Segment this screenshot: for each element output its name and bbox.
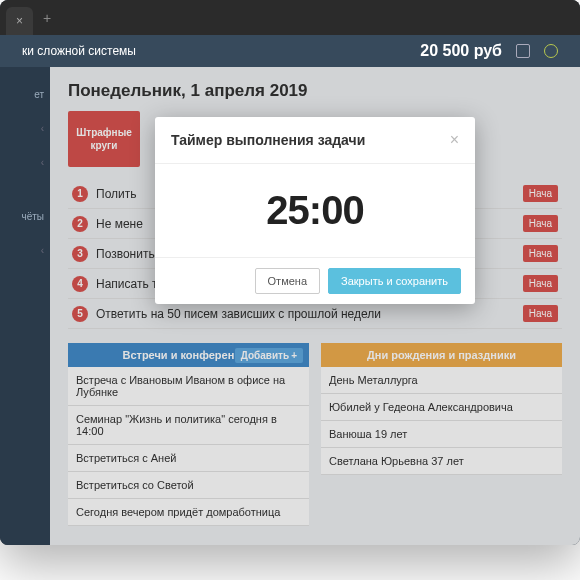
sidebar-item-1[interactable]: ет bbox=[0, 77, 50, 111]
browser-tab[interactable]: × bbox=[6, 7, 33, 35]
browser-tabbar: × + bbox=[0, 0, 580, 35]
bulb-icon[interactable] bbox=[544, 44, 558, 58]
sidebar-item-reports[interactable]: чёты bbox=[0, 199, 50, 233]
app-window: × + ки сложной системы 20 500 руб ет чёт… bbox=[0, 0, 580, 545]
modal-title: Таймер выполнения задачи bbox=[171, 132, 365, 148]
sidebar: ет чёты bbox=[0, 67, 50, 545]
timer-modal: Таймер выполнения задачи × 25:00 Отмена … bbox=[155, 117, 475, 304]
header-subtitle: ки сложной системы bbox=[22, 44, 136, 58]
timer-value: 25:00 bbox=[155, 188, 475, 233]
close-icon[interactable]: × bbox=[450, 131, 459, 149]
main-content: Понедельник, 1 апреля 2019 Штрафные круг… bbox=[50, 67, 580, 545]
sidebar-item-4[interactable] bbox=[0, 233, 50, 267]
new-tab-icon[interactable]: + bbox=[43, 10, 51, 26]
cancel-button[interactable]: Отмена bbox=[255, 268, 320, 294]
sidebar-item-3[interactable] bbox=[0, 145, 50, 179]
app-header: ки сложной системы 20 500 руб bbox=[0, 35, 580, 67]
save-button[interactable]: Закрыть и сохранить bbox=[328, 268, 461, 294]
flag-icon[interactable] bbox=[516, 44, 530, 58]
sidebar-item-2[interactable] bbox=[0, 111, 50, 145]
balance-amount: 20 500 руб bbox=[420, 42, 502, 60]
tab-close-icon[interactable]: × bbox=[16, 14, 23, 28]
modal-overlay[interactable]: Таймер выполнения задачи × 25:00 Отмена … bbox=[50, 67, 580, 545]
